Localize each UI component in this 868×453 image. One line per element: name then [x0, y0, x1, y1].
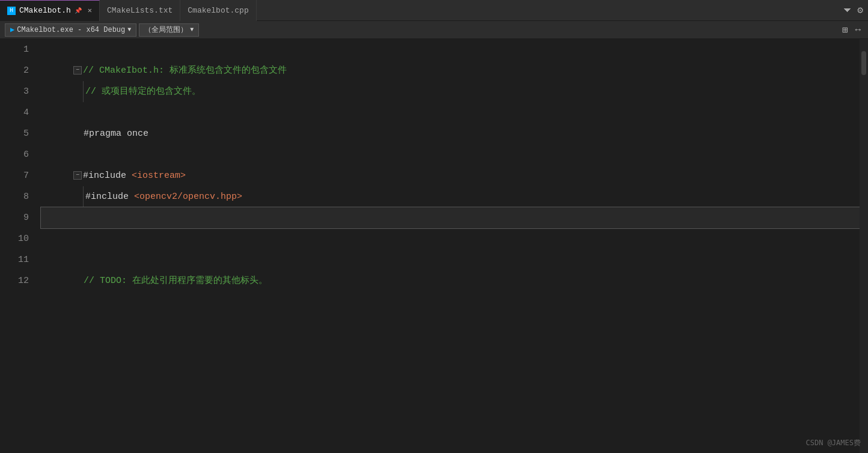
- tab-close-cmakelbot-h[interactable]: ✕: [88, 6, 92, 15]
- project-icon: ▶: [10, 25, 14, 34]
- line-num-6: 6: [0, 144, 29, 165]
- line-num-2: 2: [0, 60, 29, 81]
- code-line-7: #include <opencv2/opencv.hpp>: [41, 165, 860, 186]
- line-num-4: 4: [0, 102, 29, 123]
- code-line-9[interactable]: [41, 207, 860, 228]
- line-num-9: 9: [0, 207, 29, 228]
- scrollbar-track[interactable]: [860, 39, 868, 453]
- tab-cmakelists[interactable]: CMakeLists.txt: [100, 0, 180, 21]
- code-line-11: // TODO: 在此处引用程序需要的其他标头。: [41, 249, 860, 270]
- tab-label-cmakelbot-h: CMakelbot.h: [19, 6, 71, 15]
- code-line-6: −#include <iostream>: [41, 144, 860, 165]
- code-line-1: −// CMakeIbot.h: 标准系统包含文件的包含文件: [41, 39, 860, 60]
- code-line-5: [41, 123, 860, 144]
- scope-label: （全局范围）: [144, 25, 188, 35]
- watermark: CSDN @JAMES费: [806, 438, 861, 448]
- project-dropdown-arrow: ▼: [127, 26, 131, 33]
- scope-selector[interactable]: （全局范围） ▼: [139, 23, 199, 37]
- line-num-12: 12: [0, 270, 29, 291]
- code-line-12: [41, 270, 860, 291]
- line-numbers: 1 2 3 4 5 6 7 8 9 10 11 12: [0, 39, 36, 453]
- code-line-3: [41, 81, 860, 102]
- tab-bar-actions: ⏷ ⚙: [843, 4, 868, 16]
- tab-dropdown-icon[interactable]: ⏷: [843, 5, 852, 16]
- code-line-4: #pragma once: [41, 102, 860, 123]
- scope-dropdown-arrow: ▼: [190, 26, 194, 33]
- tab-bar: H CMakelbot.h 📌 ✕ CMakeLists.txt Cmakelb…: [0, 0, 868, 21]
- code-line-10: [41, 228, 860, 249]
- tab-cmakelbot-h[interactable]: H CMakelbot.h 📌 ✕: [0, 0, 100, 21]
- line-num-5: 5: [0, 123, 29, 144]
- line-num-8: 8: [0, 186, 29, 207]
- code-line-8: [41, 186, 860, 207]
- tab-settings-icon[interactable]: ⚙: [857, 4, 863, 16]
- tab-label-cmakelbot-cpp: Cmakelbot.cpp: [188, 6, 248, 15]
- scrollbar-thumb[interactable]: [861, 51, 866, 75]
- tab-label-cmakelists: CMakeLists.txt: [107, 6, 173, 15]
- editor: 1 2 3 4 5 6 7 8 9 10 11 12 −// CMakeIbot…: [0, 39, 868, 453]
- toolbar-pin-icon[interactable]: ↔: [852, 25, 863, 35]
- line-num-11: 11: [0, 249, 29, 270]
- tab-cmakelbot-cpp[interactable]: Cmakelbot.cpp: [180, 0, 256, 21]
- line-num-1: 1: [0, 39, 29, 60]
- toolbar: ▶ CMakelbot.exe - x64 Debug ▼ （全局范围） ▼ ⊞…: [0, 21, 868, 39]
- tab-icon-h: H: [7, 7, 16, 15]
- code-area[interactable]: −// CMakeIbot.h: 标准系统包含文件的包含文件 // 或项目特定的…: [36, 39, 860, 453]
- line-num-3: 3: [0, 81, 29, 102]
- code-line-2: // 或项目特定的包含文件。: [41, 60, 860, 81]
- toolbar-expand-icon[interactable]: ⊞: [840, 24, 851, 36]
- line-num-10: 10: [0, 228, 29, 249]
- tab-pin-icon: 📌: [75, 7, 82, 14]
- project-label: CMakelbot.exe - x64 Debug: [17, 26, 125, 34]
- project-selector[interactable]: ▶ CMakelbot.exe - x64 Debug ▼: [5, 23, 136, 37]
- toolbar-right-actions: ⊞ ↔: [840, 24, 863, 36]
- line-num-7: 7: [0, 165, 29, 186]
